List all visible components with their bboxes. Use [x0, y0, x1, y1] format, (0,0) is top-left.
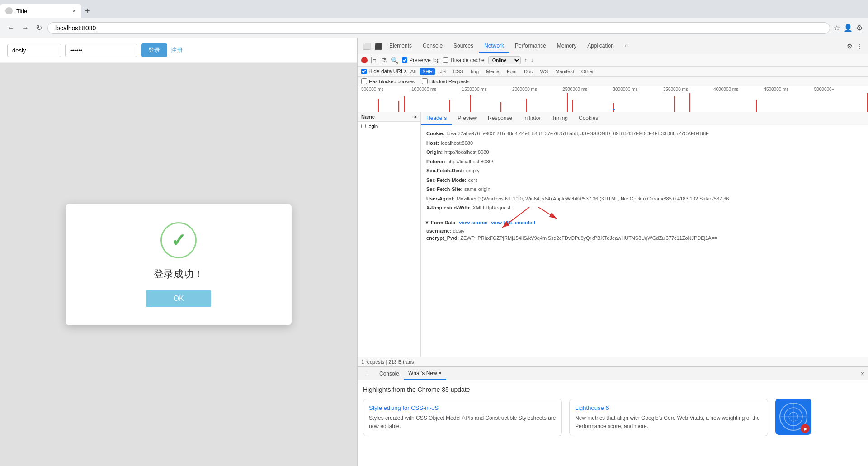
- webpage-body: ✓ 登录成功！ OK: [0, 63, 357, 466]
- timeline: 500000 ms 1000000 ms 1500000 ms 2000000 …: [358, 86, 868, 112]
- news-card-desc-1: Styles created with CSS Object Model API…: [369, 414, 556, 430]
- address-bar[interactable]: localhost:8080: [47, 22, 830, 34]
- filter-js[interactable]: JS: [437, 68, 448, 75]
- panel-toggle-right[interactable]: ⬛: [373, 41, 384, 52]
- record-button[interactable]: [361, 57, 368, 63]
- tab-application[interactable]: Application: [582, 39, 619, 53]
- tab-title: Title: [16, 8, 27, 14]
- has-blocked-cookies-label[interactable]: Has blocked cookies: [361, 78, 415, 84]
- tab-timing[interactable]: Timing: [546, 112, 573, 125]
- password-input[interactable]: [65, 44, 137, 57]
- filter-media[interactable]: Media: [483, 68, 502, 75]
- filter-type-buttons: XHR JS CSS Img Media Font Doc WS Manifes…: [420, 68, 596, 75]
- toolbar-icons: ☆ 👤 ⚙: [834, 24, 863, 32]
- ok-button[interactable]: OK: [146, 290, 211, 307]
- news-card-lighthouse: Lighthouse 6 New metrics that align with…: [569, 399, 768, 436]
- panel-toggle-left[interactable]: ⬜: [361, 41, 373, 52]
- view-url-encoded-link[interactable]: view URL encoded: [491, 220, 535, 225]
- success-text: 登录成功！: [154, 267, 203, 281]
- preserve-log-checkbox[interactable]: Preserve log: [402, 57, 439, 63]
- tab-sources[interactable]: Sources: [448, 39, 479, 53]
- header-user-agent: User-Agent: Mozilla/5.0 (Windows NT 10.0…: [425, 194, 864, 204]
- tl-label-5: 2500000 ms: [562, 87, 613, 92]
- check-circle: ✓: [160, 222, 197, 258]
- close-bottom-panel[interactable]: ×: [861, 370, 864, 377]
- tab-preview[interactable]: Preview: [452, 112, 482, 125]
- filter-img[interactable]: Img: [468, 68, 481, 75]
- filter-doc[interactable]: Doc: [521, 68, 536, 75]
- devtools-settings-btn[interactable]: ⚙: [845, 41, 854, 52]
- hide-data-urls-checkbox[interactable]: Hide data URLs: [361, 68, 407, 75]
- upload-icon: ↑: [524, 57, 527, 63]
- header-sec-fetch-mode: Sec-Fetch-Mode: cors: [425, 176, 864, 185]
- news-card-css-in-js: Style editing for CSS-in-JS Styles creat…: [363, 399, 562, 436]
- all-label: All: [410, 69, 416, 74]
- new-tab-button[interactable]: +: [81, 5, 94, 18]
- disable-cache-checkbox[interactable]: Disable cache: [443, 57, 484, 63]
- tab-console-bottom[interactable]: Console: [375, 368, 404, 380]
- webpage-header: 登录 注册: [0, 38, 357, 63]
- filter-manifest[interactable]: Manifest: [552, 68, 577, 75]
- username-input[interactable]: [7, 44, 61, 57]
- tab-initiator[interactable]: Initiator: [518, 112, 546, 125]
- tab-more[interactable]: »: [619, 39, 633, 53]
- tl-label-7: 3500000 ms: [663, 87, 713, 92]
- news-card-title-1[interactable]: Style editing for CSS-in-JS: [369, 404, 556, 411]
- tab-elements[interactable]: Elements: [384, 39, 417, 53]
- devtools-more-btn[interactable]: ⋮: [854, 41, 864, 52]
- news-card-title-2[interactable]: Lighthouse 6: [575, 404, 762, 411]
- bottom-content: Highlights from the Chrome 85 update Sty…: [358, 380, 868, 466]
- network-item-login[interactable]: login: [358, 122, 420, 131]
- filter-other[interactable]: Other: [579, 68, 597, 75]
- search-icon[interactable]: 🔍: [391, 57, 398, 64]
- tab-close-btn[interactable]: ×: [72, 7, 76, 14]
- reload-button[interactable]: ↻: [34, 22, 44, 34]
- tl-label-1: 500000 ms: [361, 87, 411, 92]
- tl-label-10: 5000000+: [814, 87, 864, 92]
- filter-font[interactable]: Font: [504, 68, 519, 75]
- filter-ws[interactable]: WS: [538, 68, 551, 75]
- tab-memory[interactable]: Memory: [552, 39, 582, 53]
- check-icon: ✓: [171, 230, 186, 251]
- whats-new-title: Highlights from the Chrome 85 update: [363, 386, 863, 393]
- view-source-link[interactable]: view source: [459, 220, 487, 225]
- tab-network[interactable]: Network: [479, 39, 509, 53]
- filter-css[interactable]: CSS: [450, 68, 466, 75]
- filter-icon[interactable]: ⚗: [381, 57, 387, 64]
- tab-headers[interactable]: Headers: [421, 112, 452, 125]
- request-details: Headers Preview Response Initiator Timin…: [421, 112, 868, 357]
- network-list: Name × login: [358, 112, 421, 357]
- login-button[interactable]: 登录: [141, 43, 167, 57]
- tab-response[interactable]: Response: [482, 112, 518, 125]
- filter-xhr[interactable]: XHR: [420, 68, 435, 75]
- timeline-marks: [358, 93, 868, 112]
- header-x-requested-with: X-Requested-With: XMLHttpRequest: [425, 203, 864, 213]
- tl-label-4: 2000000 ms: [512, 87, 562, 92]
- bottom-menu-icon[interactable]: ⋮: [361, 370, 375, 377]
- blocked-row: Has blocked cookies Blocked Requests: [358, 77, 868, 86]
- tab-cookies[interactable]: Cookies: [573, 112, 604, 125]
- profile-icon[interactable]: 👤: [844, 24, 853, 32]
- network-toolbar: ◻ ⚗ 🔍 Preserve log Disable cache Online …: [358, 54, 868, 67]
- back-button[interactable]: ←: [5, 22, 16, 34]
- star-icon[interactable]: ☆: [834, 24, 840, 32]
- timeline-labels: 500000 ms 1000000 ms 1500000 ms 2000000 …: [358, 86, 868, 93]
- register-button[interactable]: 注册: [171, 46, 183, 54]
- settings-icon[interactable]: ⚙: [856, 24, 863, 32]
- tab-performance[interactable]: Performance: [509, 39, 552, 53]
- forward-button[interactable]: →: [20, 22, 31, 34]
- active-tab[interactable]: Title ×: [0, 4, 81, 18]
- network-list-header: Name ×: [358, 112, 420, 122]
- browser-toolbar: ← → ↻ localhost:8080 ☆ 👤 ⚙: [0, 18, 868, 38]
- tab-bar: Title × +: [0, 0, 868, 18]
- download-icon: ↓: [531, 57, 533, 63]
- stop-button[interactable]: ◻: [371, 57, 377, 63]
- tab-console[interactable]: Console: [417, 39, 448, 53]
- throttle-select[interactable]: Online Fast 3G Slow 3G Offline: [488, 56, 521, 64]
- close-list-btn[interactable]: ×: [414, 114, 417, 119]
- status-text: 1 requests | 213 B trans: [361, 359, 414, 365]
- blocked-requests-label[interactable]: Blocked Requests: [422, 78, 470, 84]
- tab-whats-new[interactable]: What's New ×: [404, 367, 446, 380]
- item-checkbox[interactable]: [361, 124, 366, 128]
- webpage: 登录 注册 ✓ 登录成功！ OK: [0, 38, 357, 466]
